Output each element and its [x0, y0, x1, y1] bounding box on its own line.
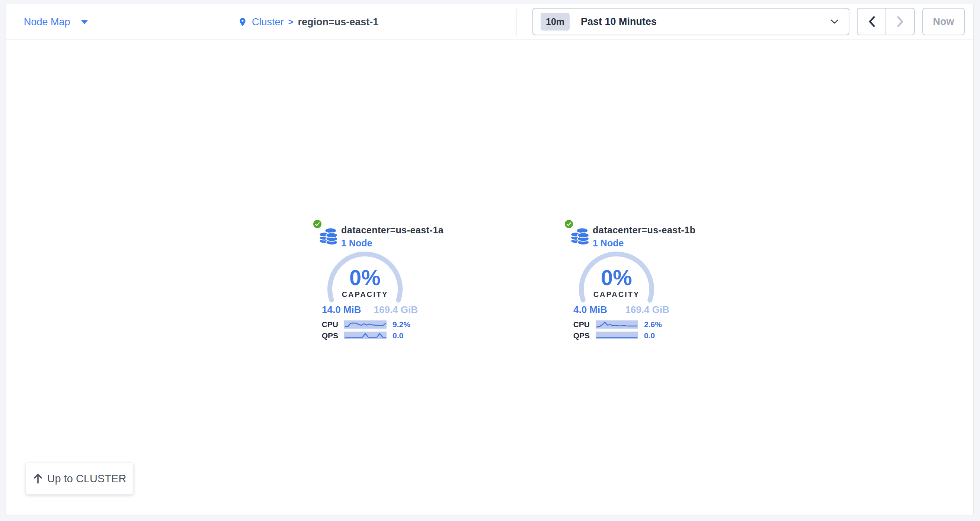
header-bar: Node Map Cluster > region=us-east-1 10m …: [6, 4, 973, 40]
datacenter-card-us-east-1a[interactable]: datacenter=us-east-1a 1 Node 0% CAPACITY…: [313, 219, 421, 347]
caret-down-icon: [81, 20, 88, 24]
capacity-percent: 0%: [313, 267, 417, 288]
breadcrumb-current: region=us-east-1: [298, 16, 379, 28]
breadcrumb: Cluster > region=us-east-1: [238, 4, 379, 40]
cpu-sparkline-chart: [344, 320, 387, 328]
metric-row-cpu: CPU 9.2%: [313, 320, 421, 328]
capacity-percent: 0%: [565, 267, 668, 288]
metric-row-qps: QPS 0.0: [313, 331, 421, 339]
qps-sparkline-chart: [344, 331, 387, 339]
time-next-button[interactable]: [886, 8, 914, 35]
check-circle-icon: [313, 220, 321, 228]
time-range-badge: 10m: [541, 13, 570, 30]
chevron-left-icon: [867, 16, 877, 27]
time-range-select[interactable]: 10m Past 10 Minutes: [532, 8, 850, 35]
header-divider: [515, 8, 516, 36]
datacenter-card-us-east-1b[interactable]: datacenter=us-east-1b 1 Node 0% CAPACITY…: [565, 219, 672, 347]
metric-row-cpu: CPU 2.6%: [565, 320, 672, 328]
view-selector-label: Node Map: [24, 16, 70, 28]
time-prev-button[interactable]: [858, 8, 886, 35]
capacity-values: 14.0 MiB 169.4 GiB: [322, 304, 418, 315]
up-to-cluster-label: Up to CLUSTER: [47, 473, 127, 485]
capacity-label: CAPACITY: [565, 290, 668, 299]
metric-value: 0.0: [393, 331, 403, 340]
datacenter-name: datacenter=us-east-1b: [593, 225, 696, 236]
check-circle-icon: [565, 220, 573, 228]
chevron-down-icon: [830, 19, 839, 24]
view-selector-dropdown[interactable]: Node Map: [24, 4, 88, 40]
time-range-label: Past 10 Minutes: [581, 16, 657, 27]
metric-label: CPU: [316, 320, 338, 328]
arrow-up-icon: [33, 473, 43, 484]
now-button[interactable]: Now: [922, 8, 965, 35]
time-nav-group: [857, 8, 915, 35]
metric-value: 9.2%: [393, 320, 410, 328]
datacenter-node-count: 1 Node: [593, 238, 624, 249]
breadcrumb-separator: >: [288, 17, 294, 27]
qps-sparkline-chart: [596, 331, 638, 339]
cpu-sparkline-chart: [596, 320, 638, 328]
node-map-panel: Node Map Cluster > region=us-east-1 10m …: [6, 4, 974, 515]
datacenter-node-count: 1 Node: [341, 238, 372, 249]
metric-row-qps: QPS 0.0: [565, 331, 672, 339]
metric-label: QPS: [567, 331, 590, 340]
capacity-total: 169.4 GiB: [374, 304, 418, 315]
database-stack-icon: [570, 227, 590, 245]
capacity-used: 14.0 MiB: [322, 304, 361, 315]
capacity-label: CAPACITY: [313, 290, 417, 299]
location-pin-icon: [238, 16, 247, 28]
up-to-cluster-button[interactable]: Up to CLUSTER: [25, 462, 134, 495]
database-stack-icon: [319, 227, 339, 245]
metric-label: CPU: [567, 320, 590, 328]
metric-label: QPS: [316, 331, 338, 340]
datacenter-name: datacenter=us-east-1a: [341, 225, 444, 236]
capacity-used: 4.0 MiB: [573, 304, 607, 315]
chevron-right-icon: [896, 16, 905, 27]
capacity-values: 4.0 MiB 169.4 GiB: [573, 304, 669, 315]
metric-value: 2.6%: [644, 320, 662, 328]
metric-value: 0.0: [644, 331, 655, 340]
capacity-total: 169.4 GiB: [625, 304, 669, 315]
breadcrumb-cluster-link[interactable]: Cluster: [252, 16, 284, 28]
